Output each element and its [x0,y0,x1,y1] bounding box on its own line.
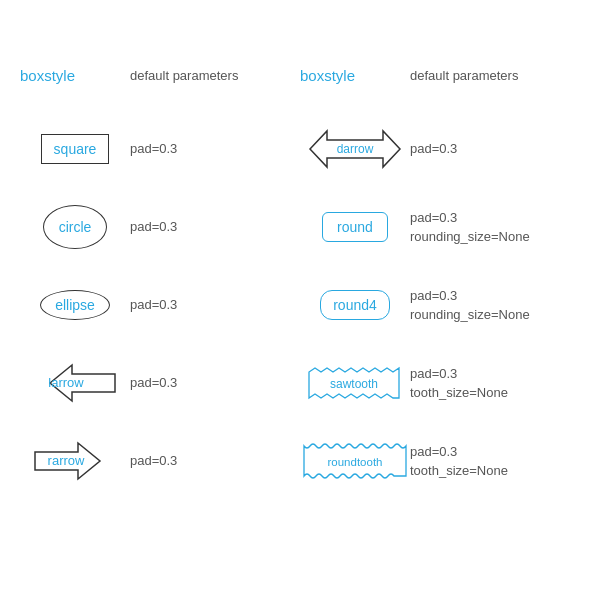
shape-cell-square: square [20,134,130,164]
shape-darrow: darrow [305,125,405,173]
shape-round: round [322,212,388,242]
left-header: boxstyle default parameters [20,60,300,90]
params-darrow: pad=0.3 [410,139,580,159]
shape-cell-larrow: larrow [20,361,130,405]
columns-layout: boxstyle default parameters square pad=0… [20,60,580,500]
svg-text:sawtooth: sawtooth [330,377,378,391]
right-column: boxstyle default parameters darrow pad=0… [300,60,580,500]
shape-circle: circle [43,205,107,249]
row-rarrow: rarrow pad=0.3 [20,422,300,500]
svg-text:larrow: larrow [48,375,84,390]
row-roundtooth: roundtooth pad=0.3tooth_size=None [300,422,580,500]
shape-cell-darrow: darrow [300,125,410,173]
row-darrow: darrow pad=0.3 [300,110,580,188]
params-round: pad=0.3rounding_size=None [410,208,580,247]
main-container: boxstyle default parameters square pad=0… [0,0,600,600]
shape-cell-rarrow: rarrow [20,439,130,483]
params-larrow: pad=0.3 [130,373,300,393]
row-round4: round4 pad=0.3rounding_size=None [300,266,580,344]
params-round4: pad=0.3rounding_size=None [410,286,580,325]
params-ellipse: pad=0.3 [130,295,300,315]
shape-square: square [41,134,110,164]
shape-larrow: larrow [30,361,120,405]
left-header-boxstyle: boxstyle [20,67,130,84]
right-header: boxstyle default parameters [300,60,580,90]
shape-cell-sawtooth: sawtooth [300,360,410,406]
shape-roundtooth: roundtooth [300,438,410,484]
row-round: round pad=0.3rounding_size=None [300,188,580,266]
params-roundtooth: pad=0.3tooth_size=None [410,442,580,481]
shape-rarrow: rarrow [30,439,120,483]
left-column: boxstyle default parameters square pad=0… [20,60,300,500]
shape-cell-round4: round4 [300,290,410,320]
params-rarrow: pad=0.3 [130,451,300,471]
svg-text:rarrow: rarrow [48,453,85,468]
params-circle: pad=0.3 [130,217,300,237]
params-sawtooth: pad=0.3tooth_size=None [410,364,580,403]
shape-cell-ellipse: ellipse [20,290,130,320]
row-circle: circle pad=0.3 [20,188,300,266]
svg-text:roundtooth: roundtooth [328,456,383,468]
left-header-params: default parameters [130,68,300,83]
shape-round4: round4 [320,290,390,320]
right-header-boxstyle: boxstyle [300,67,410,84]
row-square: square pad=0.3 [20,110,300,188]
shape-cell-circle: circle [20,205,130,249]
svg-text:darrow: darrow [337,142,374,156]
shape-ellipse: ellipse [40,290,110,320]
row-sawtooth: sawtooth pad=0.3tooth_size=None [300,344,580,422]
shape-sawtooth: sawtooth [305,360,405,406]
shape-cell-round: round [300,212,410,242]
params-square: pad=0.3 [130,139,300,159]
row-larrow: larrow pad=0.3 [20,344,300,422]
row-ellipse: ellipse pad=0.3 [20,266,300,344]
shape-cell-roundtooth: roundtooth [300,438,410,484]
right-header-params: default parameters [410,68,580,83]
